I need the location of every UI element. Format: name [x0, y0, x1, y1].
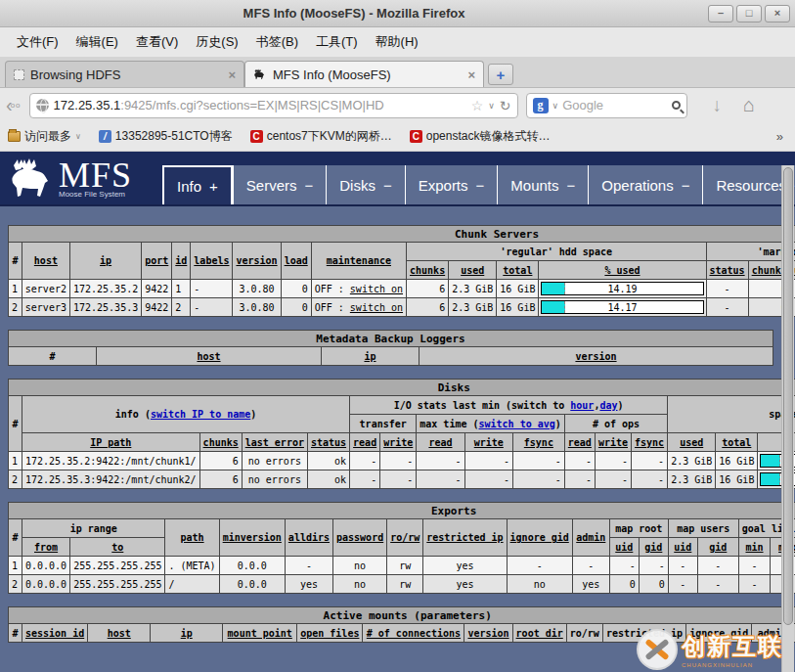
column-header[interactable]: ro/rw: [387, 519, 423, 557]
column-header[interactable]: restricted ip: [423, 519, 507, 557]
mfs-nav-disks[interactable]: Disks−: [326, 165, 404, 204]
column-header[interactable]: to: [70, 538, 165, 557]
column-header[interactable]: mount point: [223, 624, 297, 643]
browser-tab[interactable]: MFS Info (MooseFS)×: [244, 61, 484, 87]
bookmark-item[interactable]: Ccentos7下KVM的网桥…: [250, 128, 392, 145]
column-header[interactable]: port: [142, 243, 172, 280]
tab-close-icon[interactable]: ×: [228, 67, 236, 82]
column-header[interactable]: write: [380, 433, 417, 452]
back-button[interactable]: ‹oo: [6, 94, 22, 116]
bookmark-item[interactable]: 访问最多∨: [8, 128, 81, 145]
column-header[interactable]: fsync: [632, 433, 668, 452]
link[interactable]: switch to avg: [479, 419, 555, 429]
menu-item[interactable]: 帮助(H): [367, 29, 427, 55]
close-button[interactable]: ×: [765, 5, 790, 22]
column-header[interactable]: used: [668, 433, 716, 452]
column-header[interactable]: last error: [242, 433, 307, 452]
mfs-nav-mounts[interactable]: Mounts−: [497, 165, 588, 204]
column-header[interactable]: ip: [322, 347, 420, 366]
tab-close-icon[interactable]: ×: [467, 67, 475, 82]
column-header[interactable]: ip: [69, 243, 141, 280]
column-header[interactable]: password: [333, 519, 387, 557]
bookmark-star-icon[interactable]: ☆: [471, 98, 484, 113]
column-header[interactable]: gid: [639, 538, 668, 557]
home-icon[interactable]: ⌂: [743, 94, 755, 116]
column-header[interactable]: admin: [572, 519, 609, 557]
column-header[interactable]: load: [281, 243, 311, 280]
download-icon[interactable]: ↓: [713, 95, 723, 116]
column-header[interactable]: path: [165, 519, 219, 557]
browser-tab[interactable]: Browsing HDFS×: [5, 61, 244, 87]
column-header[interactable]: minversion: [219, 519, 285, 557]
url-text[interactable]: 172.25.35.1:9425/mfs.cgi?sections=EX|MS|…: [54, 98, 466, 112]
column-header[interactable]: host: [88, 624, 151, 643]
column-header[interactable]: from: [22, 538, 70, 557]
column-header[interactable]: used: [449, 261, 497, 280]
mfs-nav-servers[interactable]: Servers−: [233, 165, 326, 204]
column-header[interactable]: gid: [697, 538, 738, 557]
column-header[interactable]: read: [564, 433, 595, 452]
column-header[interactable]: session id: [22, 624, 88, 643]
scrollbar-thumb[interactable]: [783, 167, 793, 625]
column-header[interactable]: uid: [668, 538, 697, 557]
column-header[interactable]: chunks: [407, 261, 449, 280]
column-header[interactable]: chunks: [199, 433, 242, 452]
column-header[interactable]: maintenance: [311, 243, 406, 280]
column-header[interactable]: status: [307, 433, 349, 452]
column-header[interactable]: host: [22, 243, 69, 280]
link[interactable]: day: [599, 400, 617, 411]
vertical-scrollbar[interactable]: [781, 165, 794, 672]
bookmark-item[interactable]: /13352895-51CTO博客: [99, 128, 233, 145]
menu-item[interactable]: 工具(T): [307, 29, 367, 55]
menu-item[interactable]: 历史(S): [187, 29, 246, 55]
link[interactable]: switch IP to name: [151, 409, 250, 420]
search-icon[interactable]: [672, 101, 681, 110]
column-header[interactable]: write: [464, 433, 512, 452]
column-header[interactable]: total: [716, 433, 758, 452]
mfs-nav-operations[interactable]: Operations−: [588, 165, 702, 204]
mfs-nav-info[interactable]: Info+: [162, 165, 233, 204]
column-header[interactable]: open files: [297, 624, 363, 643]
column-header[interactable]: version: [464, 624, 512, 643]
column-header[interactable]: fsync: [512, 433, 564, 452]
maximize-button[interactable]: □: [736, 5, 762, 22]
column-header[interactable]: min: [738, 538, 770, 557]
column-header[interactable]: ignore gid: [507, 519, 572, 557]
search-engine-dropdown-icon[interactable]: ∨: [552, 101, 559, 111]
menu-item[interactable]: 编辑(E): [67, 29, 127, 55]
column-header[interactable]: read: [417, 433, 464, 452]
new-tab-button[interactable]: +: [488, 64, 513, 85]
link[interactable]: switch on: [350, 302, 403, 313]
link[interactable]: hour: [570, 400, 594, 411]
url-dropdown-icon[interactable]: ∨: [488, 101, 495, 111]
column-header[interactable]: read: [350, 433, 380, 452]
column-header[interactable]: version: [420, 347, 773, 366]
column-header[interactable]: labels: [191, 243, 233, 280]
column-header[interactable]: version: [233, 243, 281, 280]
url-bar[interactable]: 172.25.35.1:9425/mfs.cgi?sections=EX|MS|…: [29, 93, 518, 118]
column-header[interactable]: uid: [609, 538, 639, 557]
link[interactable]: switch on: [350, 284, 403, 294]
reload-icon[interactable]: ↻: [500, 98, 511, 113]
mfs-nav-exports[interactable]: Exports−: [405, 165, 498, 204]
column-header[interactable]: # of connections: [363, 624, 464, 643]
column-header[interactable]: status: [706, 261, 748, 280]
column-header[interactable]: write: [595, 433, 631, 452]
bookmarks-overflow-icon[interactable]: »: [776, 129, 787, 144]
column-header[interactable]: root dir: [512, 624, 566, 643]
column-header[interactable]: total: [497, 261, 539, 280]
bookmark-item[interactable]: Copenstack镜像格式转…: [410, 128, 551, 145]
menu-item[interactable]: 查看(V): [127, 29, 187, 55]
column-header[interactable]: alldirs: [285, 519, 332, 557]
column-header[interactable]: host: [97, 347, 322, 366]
column-header[interactable]: ip: [151, 624, 223, 643]
column-header[interactable]: % used: [539, 261, 706, 280]
search-input[interactable]: Google: [562, 98, 667, 112]
minimize-button[interactable]: –: [708, 5, 733, 22]
search-bar[interactable]: g ∨ Google: [526, 93, 687, 118]
column-header[interactable]: IP path: [22, 433, 200, 452]
column-header[interactable]: id: [172, 243, 191, 280]
menu-item[interactable]: 文件(F): [8, 29, 67, 55]
menu-item[interactable]: 书签(B): [247, 29, 307, 55]
google-logo-icon[interactable]: g: [533, 98, 549, 113]
